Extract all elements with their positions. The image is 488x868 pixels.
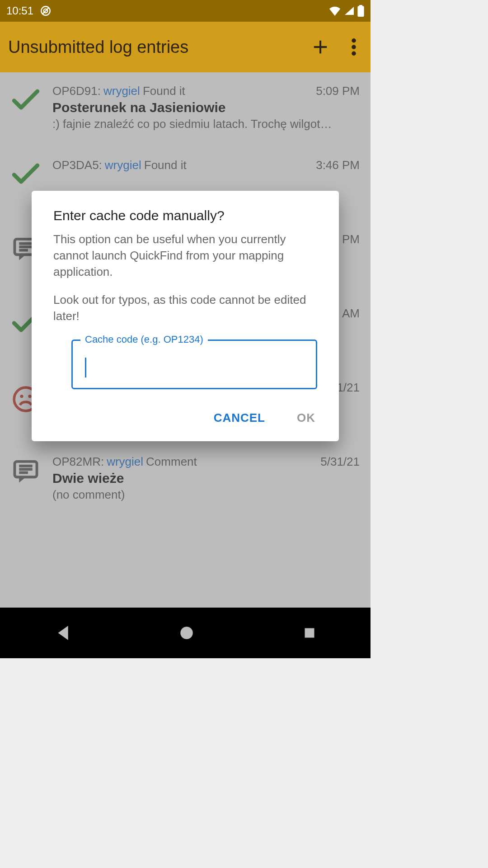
log-status: Found it: [143, 84, 185, 98]
overflow-menu-button[interactable]: [352, 38, 356, 56]
text-caret: [85, 358, 86, 377]
battery-icon: [357, 5, 364, 17]
list-item[interactable]: OP6D91: wrygiel Found it 5:09 PM Posteru…: [0, 72, 371, 146]
add-button[interactable]: [312, 38, 329, 56]
log-status: Comment: [146, 455, 197, 469]
log-time: PM: [342, 232, 360, 246]
back-button[interactable]: [55, 624, 70, 642]
dialog-paragraph: Look out for typos, as this code cannot …: [53, 292, 317, 325]
status-time: 10:51: [6, 5, 33, 17]
username-link[interactable]: wrygiel: [105, 158, 141, 172]
svg-rect-3: [359, 5, 362, 7]
android-nav-bar: [0, 608, 371, 658]
log-time: 1/21: [337, 381, 360, 395]
wifi-icon: [328, 6, 341, 16]
log-time: AM: [342, 307, 360, 321]
svg-rect-2: [357, 6, 364, 17]
svg-point-15: [28, 395, 31, 398]
comment-icon: [12, 459, 39, 484]
ok-button[interactable]: OK: [291, 407, 321, 429]
cache-title: Posterunek na Jasieniowie: [52, 100, 360, 115]
log-status: Found it: [144, 158, 187, 172]
log-snippet: (no comment): [52, 488, 360, 502]
cache-code: OP82MR:: [52, 455, 104, 469]
log-time: 3:46 PM: [316, 158, 360, 172]
svg-point-20: [180, 627, 193, 639]
home-button[interactable]: [180, 626, 193, 640]
cache-title: Dwie wieże: [52, 471, 360, 486]
cache-title: [52, 174, 360, 189]
cache-code-input[interactable]: [71, 340, 317, 389]
svg-point-7: [352, 45, 356, 49]
svg-point-14: [20, 395, 23, 398]
dialog-body: This option can be useful when you curre…: [32, 231, 339, 324]
page-title: Unsubmitted log entries: [8, 38, 188, 57]
recents-button[interactable]: [303, 627, 316, 639]
svg-rect-21: [305, 628, 314, 638]
log-snippet: :) fajnie znaleźć co po siedmiu latach. …: [52, 117, 360, 131]
check-icon: [12, 89, 40, 110]
svg-point-6: [352, 38, 356, 43]
do-not-disturb-icon: [40, 5, 52, 17]
cache-code: OP3DA5:: [52, 158, 102, 172]
cache-code-field-label: Cache code (e.g. OP1234): [80, 334, 208, 345]
log-time: 5:09 PM: [316, 84, 360, 98]
status-bar: 10:51: [0, 0, 371, 22]
check-icon: [12, 163, 40, 184]
enter-cache-code-dialog: Enter cache code manually? This option c…: [32, 191, 339, 441]
username-link[interactable]: wrygiel: [103, 84, 140, 98]
log-time: 5/31/21: [320, 455, 360, 469]
dialog-title: Enter cache code manually?: [32, 208, 339, 231]
cache-code: OP6D91:: [52, 84, 101, 98]
cell-signal-icon: [344, 6, 355, 16]
dialog-paragraph: This option can be useful when you curre…: [53, 231, 317, 280]
cancel-button[interactable]: CANCEL: [208, 407, 271, 429]
username-link[interactable]: wrygiel: [107, 455, 143, 469]
list-item[interactable]: OP82MR: wrygiel Comment 5/31/21 Dwie wie…: [0, 443, 371, 517]
app-bar: Unsubmitted log entries: [0, 22, 371, 72]
svg-point-8: [352, 52, 356, 56]
